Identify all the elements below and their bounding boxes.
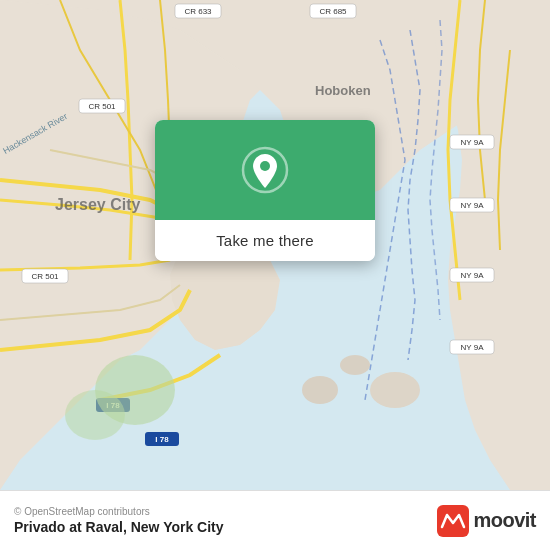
- moovit-logo[interactable]: moovit: [437, 505, 536, 537]
- svg-text:CR 685: CR 685: [319, 7, 347, 16]
- svg-text:NY 9A: NY 9A: [461, 201, 485, 210]
- svg-point-6: [302, 376, 338, 404]
- bottom-left: © OpenStreetMap contributors Privado at …: [14, 506, 224, 535]
- popup-card: Take me there: [155, 120, 375, 261]
- svg-text:CR 633: CR 633: [184, 7, 212, 16]
- svg-text:CR 501: CR 501: [88, 102, 116, 111]
- svg-point-34: [260, 161, 270, 171]
- svg-point-7: [340, 355, 370, 375]
- svg-text:I 78: I 78: [155, 435, 169, 444]
- location-name: Privado at Raval, New York City: [14, 519, 224, 535]
- moovit-text: moovit: [473, 509, 536, 532]
- svg-text:CR 501: CR 501: [31, 272, 59, 281]
- svg-text:Jersey City: Jersey City: [55, 196, 140, 213]
- copyright-text: © OpenStreetMap contributors: [14, 506, 224, 517]
- map-container: CR 633 CR 685 CR 501 CR 501 I 78 I 78 NY…: [0, 0, 550, 490]
- take-me-there-button[interactable]: Take me there: [155, 220, 375, 261]
- svg-point-32: [65, 390, 125, 440]
- popup-green-area: [155, 120, 375, 220]
- svg-text:Hoboken: Hoboken: [315, 83, 371, 98]
- svg-text:NY 9A: NY 9A: [461, 271, 485, 280]
- location-pin-icon: [241, 146, 289, 194]
- bottom-bar: © OpenStreetMap contributors Privado at …: [0, 490, 550, 550]
- moovit-brand-icon: [437, 505, 469, 537]
- svg-text:NY 9A: NY 9A: [461, 138, 485, 147]
- svg-text:NY 9A: NY 9A: [461, 343, 485, 352]
- svg-point-5: [370, 372, 420, 408]
